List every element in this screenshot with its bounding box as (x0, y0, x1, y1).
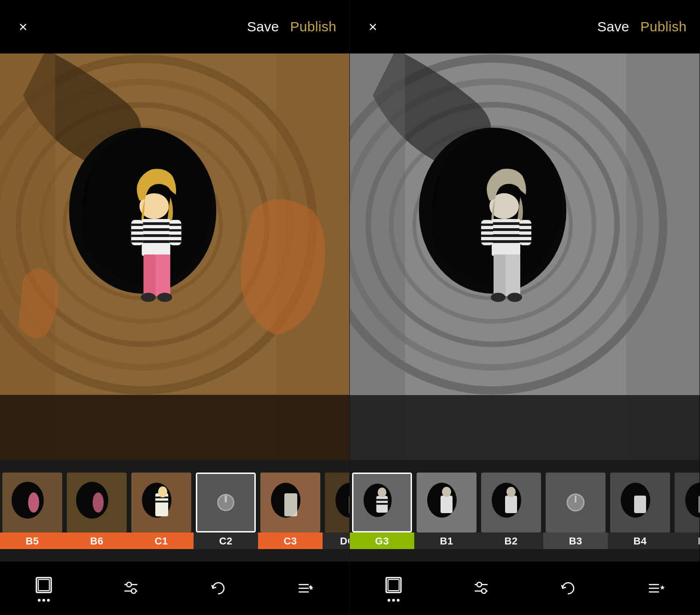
filter-label-b4-right: B4 (608, 532, 672, 549)
left-favorites-button[interactable] (295, 578, 316, 598)
svg-rect-22 (170, 224, 182, 226)
svg-rect-124 (388, 580, 399, 591)
filter-label-c2-left: C2 (194, 532, 258, 549)
svg-rect-41 (155, 501, 168, 503)
filter-label-c1-left: C1 (129, 532, 194, 549)
svg-rect-89 (519, 229, 531, 231)
svg-point-42 (158, 486, 167, 497)
svg-point-29 (158, 293, 172, 302)
svg-rect-20 (131, 240, 143, 242)
svg-point-128 (482, 589, 486, 593)
svg-rect-30 (0, 395, 349, 460)
right-header-actions: Save Publish (597, 19, 687, 35)
right-favorites-button[interactable] (646, 578, 666, 598)
svg-rect-86 (481, 240, 493, 242)
filter-thumb-b5-right (675, 473, 700, 532)
svg-point-126 (477, 582, 482, 587)
filter-item-c3-left[interactable]: C3 (258, 473, 323, 549)
svg-rect-101 (376, 503, 388, 505)
svg-rect-85 (481, 235, 493, 237)
filter-thumb-c2-left (196, 473, 256, 532)
left-header-actions: Save Publish (247, 19, 336, 35)
right-history-button[interactable] (558, 578, 578, 598)
svg-rect-109 (505, 496, 517, 513)
svg-rect-90 (519, 235, 531, 237)
svg-point-61 (131, 589, 136, 593)
filter-item-c1-left[interactable]: C1 (129, 473, 194, 549)
right-panel: × Save Publish (350, 0, 700, 615)
svg-rect-57 (38, 580, 49, 591)
svg-rect-79 (492, 228, 520, 231)
filter-item-dog1-left[interactable]: DOG1 (323, 473, 349, 549)
filter-item-c2-left[interactable]: C2 (194, 473, 258, 549)
filter-label-b1-right: B1 (414, 532, 479, 549)
filter-thumb-b4-right (610, 473, 670, 532)
svg-rect-88 (519, 224, 531, 226)
svg-rect-13 (142, 228, 171, 231)
filter-item-b6-left[interactable]: B6 (65, 473, 129, 549)
left-history-button[interactable] (208, 578, 229, 598)
left-adjustments-button[interactable] (121, 578, 141, 598)
filter-label-b6-left: B6 (65, 532, 129, 549)
left-filter-strip: B5 B6 (0, 460, 349, 562)
svg-rect-49 (284, 493, 297, 516)
right-filter-strip: G3 B1 (350, 460, 700, 562)
svg-point-94 (491, 293, 506, 302)
filter-label-b3-right: B3 (543, 532, 608, 549)
filter-label-b2-right: B2 (479, 532, 543, 549)
svg-rect-78 (492, 222, 520, 225)
left-bottom-toolbar (0, 562, 349, 615)
svg-rect-80 (492, 234, 520, 237)
svg-rect-93 (494, 254, 506, 296)
filter-item-b4-right[interactable]: B4 (608, 473, 672, 549)
right-image-area (350, 53, 700, 460)
filter-item-b3-right[interactable]: B3 (543, 473, 608, 549)
filter-label-g3-right: G3 (350, 532, 414, 549)
left-publish-button[interactable]: Publish (290, 19, 337, 35)
svg-point-95 (507, 293, 522, 302)
filter-thumb-b3-right (546, 473, 606, 532)
filter-thumb-b1-right (417, 473, 476, 532)
svg-point-106 (442, 487, 451, 497)
left-close-button[interactable]: × (13, 17, 33, 37)
filter-thumb-b5-left (2, 473, 62, 532)
right-close-button[interactable]: × (363, 17, 383, 37)
svg-rect-91 (519, 240, 531, 242)
svg-rect-15 (142, 240, 171, 243)
filter-thumb-g3-right (352, 473, 412, 532)
filter-label-b5-left: B5 (0, 532, 65, 549)
right-adjustments-button[interactable] (471, 578, 491, 598)
svg-rect-84 (481, 229, 493, 231)
svg-rect-116 (634, 496, 646, 513)
right-frames-button[interactable] (383, 575, 404, 602)
svg-rect-24 (170, 235, 182, 237)
left-header: × Save Publish (0, 0, 349, 53)
right-bottom-toolbar (350, 562, 700, 615)
svg-rect-52 (349, 496, 349, 514)
left-frames-button[interactable] (34, 575, 54, 602)
filter-item-b5-left[interactable]: B5 (0, 473, 65, 549)
svg-point-28 (141, 293, 156, 302)
svg-point-33 (28, 492, 39, 513)
filter-thumb-dog1-left (325, 473, 349, 532)
left-save-button[interactable]: Save (247, 19, 279, 35)
svg-rect-100 (376, 499, 388, 501)
svg-rect-19 (131, 235, 143, 237)
svg-point-102 (377, 488, 386, 497)
filter-item-g3-right[interactable]: G3 (350, 473, 414, 549)
filter-item-b1-right[interactable]: B1 (414, 473, 479, 549)
right-frames-dots (388, 599, 400, 602)
svg-rect-23 (170, 229, 182, 231)
left-panel: × Save Publish (0, 0, 350, 615)
filter-item-b5-right[interactable]: B5 (672, 473, 700, 549)
right-save-button[interactable]: Save (597, 19, 629, 35)
svg-point-110 (506, 487, 516, 497)
filter-item-b2-right[interactable]: B2 (479, 473, 543, 549)
filter-label-b5-right: B5 (672, 532, 700, 549)
svg-rect-14 (142, 234, 171, 237)
right-publish-button[interactable]: Publish (641, 19, 687, 35)
svg-rect-25 (170, 240, 182, 242)
svg-point-36 (93, 492, 104, 513)
filter-thumb-b2-right (481, 473, 541, 532)
svg-point-59 (127, 582, 131, 587)
